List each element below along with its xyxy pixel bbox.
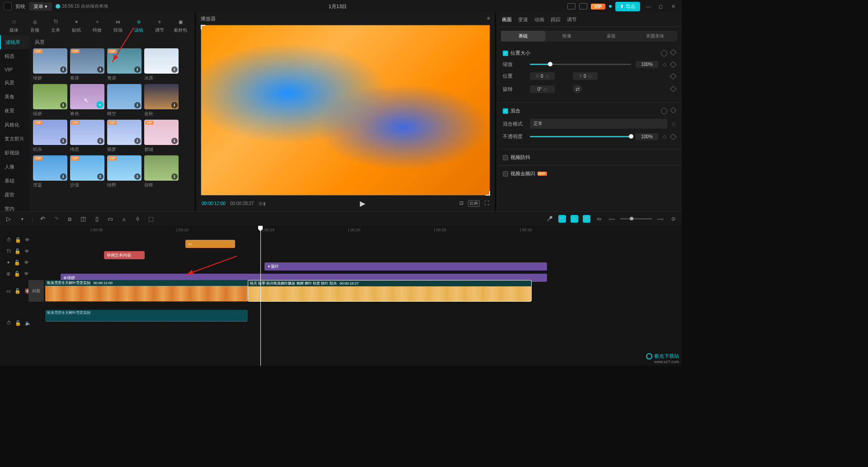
player-menu-icon[interactable]: ≡ [487,15,490,22]
filter-category-12[interactable]: 室内 [0,202,29,211]
property-tab-3[interactable]: 跟踪 [551,16,561,23]
ratio-button[interactable]: 比例 [468,200,480,207]
fullscreen-button[interactable]: ⛶ [484,200,489,207]
layout-icon-2[interactable] [579,3,587,9]
filter-item[interactable]: VIP⬇澄蓝 [33,155,67,188]
resource-tab-4[interactable]: ✧特效 [87,15,108,35]
lock-icon[interactable]: 🔓 [15,320,21,326]
resource-tab-5[interactable]: ⋈转场 [108,15,128,35]
lock-icon[interactable]: 🔓 [14,271,20,277]
antishake-toggle[interactable]: 视频防抖 [503,154,675,161]
filter-category-10[interactable]: 基础 [0,174,29,188]
mic-button[interactable]: 🎤 [546,215,554,223]
vip-badge[interactable]: VIP [591,4,605,9]
scale-slider[interactable] [530,64,631,65]
filter-item[interactable]: VIP⬇绿妍 [33,48,67,81]
zoom-in-button[interactable]: ─○ [656,215,665,223]
sticker-clip[interactable]: ▭ [185,240,235,248]
project-title[interactable]: 1月13日 [329,3,347,10]
keyframe-icon[interactable] [670,86,676,92]
filter-category-4[interactable]: 美食 [0,90,29,104]
filter-item[interactable]: ⬇金秋 [144,84,179,117]
opacity-slider[interactable] [530,136,631,137]
filter-category-11[interactable]: 露营 [0,188,29,202]
eye-icon[interactable]: 👁 [24,271,29,276]
filter-category-5[interactable]: 夜景 [0,104,29,118]
position-x-input[interactable]: X 0 ◇ [530,72,555,80]
filter-item[interactable]: VIP⬇猫梦 [107,120,142,153]
original-ratio-button[interactable]: ⊡ [459,200,463,207]
text-clip[interactable]: 举例文本内容 [104,251,145,259]
keyframe-icon[interactable] [670,107,676,113]
property-tab-4[interactable]: 调节 [567,16,577,23]
filter-category-8[interactable]: 影视级 [0,146,29,160]
property-tab-1[interactable]: 变速 [518,16,528,23]
keyframe-icon[interactable] [670,49,676,55]
mirror-button[interactable]: ▵ [120,215,128,223]
lock-icon[interactable]: 🔓 [14,260,20,266]
player-viewport[interactable] [201,25,490,196]
resource-tab-6[interactable]: ⊛滤镜 [128,15,149,35]
filter-category-7[interactable]: 复古胶片 [0,132,29,146]
deflicker-toggle[interactable]: 视频去频闪 VIP [503,170,675,177]
filter-item[interactable]: VIP⬇绮思 [70,120,104,153]
effect-clip[interactable]: ✦ 落叶 [264,262,547,271]
blend-toggle[interactable]: ✓ 混合 [503,107,520,114]
keyframe-icon[interactable] [670,133,676,140]
audio-clip[interactable]: 唯美雪景冬天树叶雪景实拍 [45,310,248,322]
video-clip-1[interactable]: 唯美雪景冬天树叶雪景实拍 00:00:12:00 [45,280,248,302]
scale-value[interactable]: 100% [636,61,658,68]
eye-icon[interactable]: 👁 [24,248,29,254]
timeline-ruler[interactable]: | 00:05| 00:10| 00:15| 00:20| 00:25| 00:… [45,226,682,235]
export-button[interactable]: ⬆ 导出 [615,2,640,11]
undo-button[interactable]: ↶ [38,215,47,223]
filter-category-0[interactable]: 滤镜库 [0,35,29,49]
delete-right-button[interactable]: ▯ [93,215,101,223]
filter-item[interactable]: VIP⬇沙漠 [70,155,104,188]
snap-button-3[interactable]: ⊏ [583,215,590,223]
flip-icon[interactable]: ⇄ [573,84,582,93]
playhead[interactable] [260,226,261,366]
filter-item[interactable]: VIP⬇绿野 [107,155,142,188]
property-tab-2[interactable]: 动画 [534,16,544,23]
resource-tab-1[interactable]: ◎音频 [24,15,45,35]
reset-icon[interactable] [661,108,667,114]
close-button[interactable]: ✕ [669,2,678,11]
filter-item[interactable]: VIP⬇春涛 [70,48,104,81]
property-subtab-3[interactable]: 美颜美体 [633,31,678,42]
position-y-input[interactable]: Y 0 ◇ [573,72,598,80]
preview-button[interactable]: ▭ [595,215,603,223]
opacity-value[interactable]: 100% [636,133,658,140]
play-button[interactable]: ▶ [360,199,365,208]
filter-category-1[interactable]: 精选 [0,49,29,63]
property-subtab-0[interactable]: 基础 [501,31,545,42]
lock-icon[interactable]: 🔓 [15,237,21,243]
filter-item[interactable]: ⬇冰原 [144,48,179,81]
clock-icon[interactable]: ⏱ [6,237,11,243]
timeline[interactable]: | 00:05| 00:10| 00:15| 00:20| 00:25| 00:… [0,226,682,366]
position-size-toggle[interactable]: ✓ 位置大小 [503,50,530,56]
filter-item[interactable]: ⬇绿妍 [33,84,67,117]
zoom-out-button[interactable]: ○─ [608,215,616,223]
filter-item[interactable]: VIP⬇织乐 [33,120,67,153]
resource-tab-3[interactable]: ✦贴纸 [66,15,87,35]
filter-item[interactable]: +↖春色 [70,84,104,117]
zoom-fit-button[interactable]: ⊙ [669,215,677,223]
blend-mode-select[interactable]: 正常 [530,119,667,129]
filter-item[interactable]: VIP⬇都城 [144,120,179,153]
cover-button[interactable]: 封面 [28,280,44,302]
maximize-button[interactable]: ◻ [656,2,665,11]
keyframe-icon[interactable] [670,61,676,67]
filter-item[interactable]: ⬇弥晖 [144,155,179,188]
video-clip-2[interactable]: 秋天 秋季 秋分唯美枫叶飘落 枫树 树叶 秋意 秋叶 阳光 00:00:16:2… [248,280,532,302]
delete-left-button[interactable]: ◫ [79,215,87,223]
rotate-button[interactable]: ◊ [133,215,142,223]
redo-button[interactable]: ↷ [52,215,60,223]
filter-item[interactable]: ⬇晴空 [107,84,142,117]
snap-button-1[interactable]: ⊓ [558,215,566,223]
pointer-tool[interactable]: ▷ [5,215,13,223]
filter-category-6[interactable]: 风格化 [0,118,29,132]
resource-tab-7[interactable]: ≡调节 [149,15,170,35]
player-grid-icon[interactable]: ⊞ ▮ [259,201,266,206]
zoom-slider[interactable] [620,218,652,219]
